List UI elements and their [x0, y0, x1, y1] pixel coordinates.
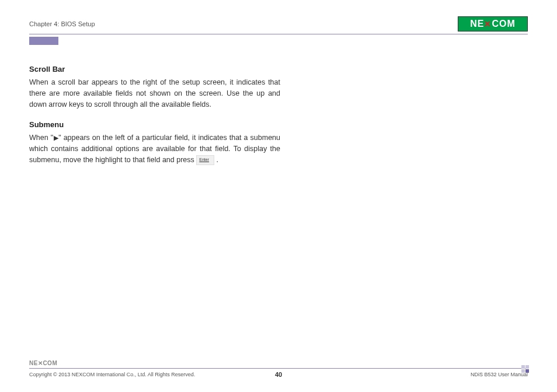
section-submenu: Submenu When "▶" appears on the left of … [29, 120, 280, 165]
logo-text: NE✕COM [470, 19, 516, 29]
main-content: Scroll Bar When a scroll bar appears to … [29, 65, 280, 166]
page-number: 40 [275, 371, 282, 378]
page-footer: NE✕COM Copyright © 2013 NEXCOM Internati… [29, 359, 528, 378]
triangle-icon: ▶ [53, 134, 58, 141]
chapter-label: Chapter 4: BIOS Setup [29, 20, 95, 27]
footer-copyright: Copyright © 2013 NEXCOM International Co… [29, 372, 275, 377]
section-body: When "▶" appears on the left of a partic… [29, 132, 280, 165]
enter-key-icon: Enter [196, 155, 214, 165]
section-body: When a scroll bar appears to the right o… [29, 77, 280, 110]
footer-squares-icon [521, 365, 529, 373]
footer-row: Copyright © 2013 NEXCOM International Co… [29, 371, 528, 378]
body-post: . [214, 156, 218, 164]
footer-divider [29, 368, 528, 369]
header-tab [29, 37, 58, 45]
section-scroll-bar: Scroll Bar When a scroll bar appears to … [29, 65, 280, 110]
body-mid: " appears on the left of a particular fi… [29, 134, 280, 164]
footer-logo-text: NE✕COM [29, 360, 57, 366]
section-title: Submenu [29, 120, 280, 129]
page-header: Chapter 4: BIOS Setup NE✕COM [29, 16, 528, 34]
nexcom-logo-top: NE✕COM [458, 16, 528, 32]
nexcom-logo-footer: NE✕COM [29, 359, 62, 367]
header-tab-bar [29, 37, 528, 47]
body-pre: When " [29, 134, 53, 142]
section-title: Scroll Bar [29, 65, 280, 74]
footer-manual-name: NDiS B532 User Manual [282, 372, 528, 377]
